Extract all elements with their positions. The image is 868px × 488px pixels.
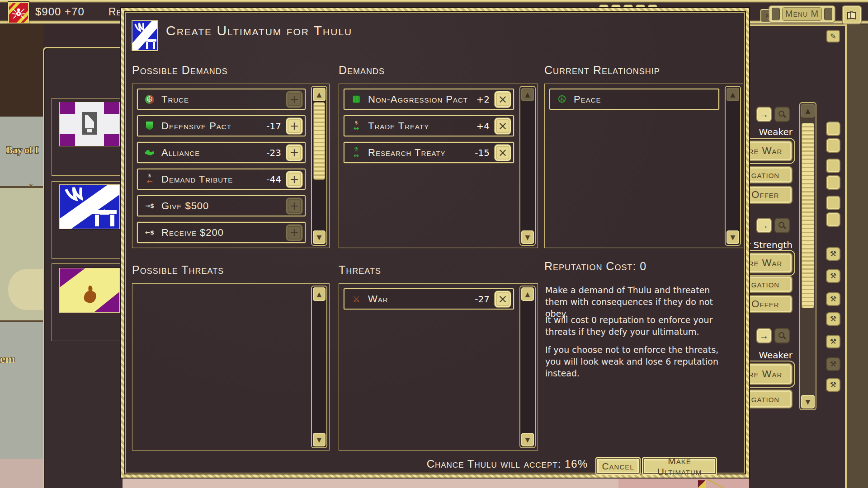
pin-hammers-icon[interactable]: ⚒ [826, 312, 840, 326]
map-label-em: em [0, 352, 15, 366]
demand-option-row: Receive $200 + [137, 222, 306, 243]
faction-flag-thulu[interactable] [59, 184, 120, 229]
inspect-button[interactable] [774, 328, 790, 343]
row-value: -17 [266, 121, 281, 131]
pin-hammers-icon[interactable]: ⚒ [826, 335, 840, 348]
demand-row: Trade Treaty +4 × [344, 115, 514, 136]
remove-demand-button[interactable]: × [494, 144, 511, 161]
encyclopedia-button[interactable] [842, 5, 862, 24]
demand-option-row: Give $500 + [137, 195, 306, 216]
inspect-button[interactable] [774, 218, 790, 233]
scroll-down-button[interactable]: ▼ [726, 230, 739, 244]
slot-button[interactable] [826, 212, 840, 227]
world-map-bottom[interactable] [121, 478, 749, 488]
create-ultimatum-dialog: Create Ultimatum for Thulu Possible Dema… [121, 8, 749, 478]
add-demand-button[interactable]: + [286, 171, 303, 188]
list-scrollbar[interactable]: ▲ ▼ [519, 86, 536, 246]
row-label: Research Treaty [368, 147, 475, 159]
possible-threats-header: Possible Threats [132, 263, 224, 277]
demand-tribute-icon [143, 173, 156, 185]
current-relationship-list: Peace ▲ ▼ [544, 84, 743, 248]
pin-hammers-icon[interactable]: ⚒ [826, 269, 840, 283]
row-value: -15 [475, 147, 490, 158]
pin-hammers-icon[interactable]: ⚒ [826, 357, 840, 371]
accept-chance-label: Chance Thulu will accept: 16% [423, 458, 588, 470]
remove-threat-button[interactable]: × [494, 291, 511, 308]
menu-slot-left[interactable] [772, 8, 780, 20]
cancel-button[interactable]: Cancel [596, 458, 640, 474]
list-scrollbar[interactable]: ▲ ▼ [311, 286, 327, 448]
player-flag[interactable] [8, 2, 29, 23]
scroll-thumb[interactable] [802, 123, 814, 308]
research-treaty-icon [350, 147, 363, 159]
row-label: Trade Treaty [368, 120, 476, 132]
inspect-button[interactable] [774, 107, 790, 122]
goto-faction-button[interactable]: → [756, 328, 772, 343]
goto-faction-button[interactable]: → [756, 107, 772, 122]
list-scrollbar[interactable]: ▲ ▼ [311, 86, 327, 246]
edit-icon[interactable]: ✎ [826, 30, 840, 42]
scroll-up-button[interactable]: ▲ [521, 287, 534, 301]
trade-treaty-icon [350, 120, 363, 132]
scroll-thumb[interactable] [313, 102, 325, 180]
add-demand-button[interactable]: + [286, 224, 303, 241]
demand-option-row: Demand Tribute -44 + [137, 169, 306, 190]
remove-demand-button[interactable]: × [494, 91, 511, 108]
scroll-up-button[interactable]: ▲ [726, 88, 739, 101]
list-scrollbar[interactable]: ▲ ▼ [519, 286, 536, 448]
map-label-bay: Bay of I [6, 145, 38, 156]
row-label: War [368, 293, 475, 305]
menu-slot-right[interactable] [824, 8, 832, 20]
arrow-right-icon: → [760, 109, 769, 120]
add-demand-button[interactable]: + [286, 197, 303, 215]
faction-flag-yellow-purple[interactable] [59, 268, 120, 313]
row-label: Receive $200 [161, 227, 281, 239]
scroll-down-button[interactable]: ▼ [521, 433, 534, 446]
magnifier-icon [778, 110, 786, 118]
scroll-up-button[interactable]: ▲ [313, 287, 326, 301]
add-demand-button[interactable]: + [286, 91, 303, 108]
pin-hammers-icon[interactable]: ⚒ [826, 247, 840, 261]
alliance-icon [143, 150, 156, 155]
pin-hammers-icon[interactable]: ⚒ [826, 378, 840, 392]
slot-button[interactable] [826, 159, 840, 173]
list-scrollbar[interactable]: ▲ ▼ [725, 86, 741, 246]
row-label: Truce [161, 94, 281, 105]
panel-scrollbar[interactable]: ▲ ▼ [799, 102, 816, 410]
scroll-up-button[interactable]: ▲ [521, 88, 534, 101]
non-aggression-pact-icon [350, 95, 363, 103]
add-demand-button[interactable]: + [286, 117, 303, 135]
slot-button[interactable] [826, 175, 840, 190]
map-flag-marker[interactable] [698, 480, 706, 488]
scroll-down-button[interactable]: ▼ [521, 230, 534, 244]
faction-flag-white-purple[interactable] [59, 102, 120, 146]
give-money-icon [143, 203, 156, 209]
make-ultimatum-button[interactable]: Make Ultimatum [643, 458, 716, 474]
menu-button[interactable]: Menu M [782, 7, 822, 21]
scroll-up-button[interactable]: ▲ [313, 88, 326, 101]
row-label: Defensive Pact [161, 120, 266, 132]
add-demand-button[interactable]: + [286, 144, 303, 161]
pin-hammers-icon[interactable]: ⚒ [826, 292, 840, 306]
remove-demand-button[interactable]: × [494, 117, 511, 135]
book-icon [847, 12, 856, 18]
world-map[interactable]: Bay of I em ✶ [0, 23, 43, 488]
demand-option-row: Defensive Pact -17 + [137, 115, 306, 136]
map-city-marker[interactable]: ✶ [28, 182, 34, 190]
menu-group: Menu M [769, 5, 835, 23]
row-label: Peace [574, 94, 717, 105]
map-border-line [708, 479, 724, 488]
treasury-amount: $900 +70 [35, 5, 85, 18]
threats-header: Threats [339, 263, 381, 277]
scroll-down-button[interactable]: ▼ [313, 230, 326, 244]
scroll-up-button[interactable]: ▲ [801, 104, 815, 117]
slot-button[interactable] [826, 138, 840, 153]
scroll-down-button[interactable]: ▼ [313, 433, 326, 446]
slot-button[interactable] [826, 196, 840, 210]
goto-faction-button[interactable]: → [756, 218, 772, 233]
relationship-row: Peace [549, 89, 719, 110]
demand-row: Research Treaty -15 × [344, 142, 514, 163]
slot-button[interactable] [826, 122, 840, 136]
demand-row: Non-Aggression Pact +2 × [344, 89, 514, 110]
scroll-down-button[interactable]: ▼ [801, 395, 815, 408]
